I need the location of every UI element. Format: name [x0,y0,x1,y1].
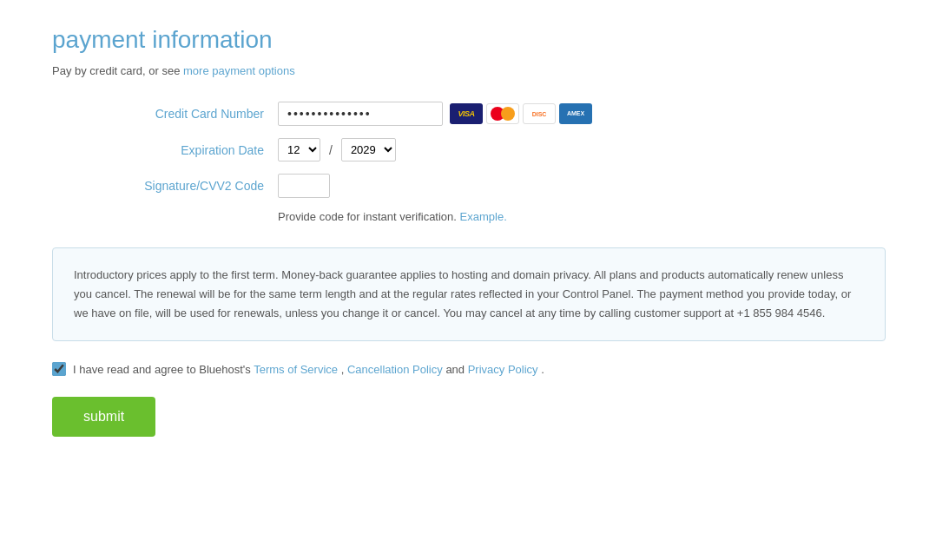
cvv-input[interactable] [278,174,330,198]
payment-form: Credit Card Number VISA DISC AMEX Expira… [52,102,897,223]
exp-separator: / [329,143,333,157]
cc-number-label: Credit Card Number [52,107,278,121]
card-icons: VISA DISC AMEX [450,103,592,124]
info-box-text: Introductory prices apply to the first t… [74,268,851,320]
amex-icon: AMEX [559,103,592,124]
cvv-hint: Provide code for instant verification. E… [52,210,897,223]
expiration-control: 01 02 03 04 05 06 07 08 09 10 11 12 / 20… [278,138,396,161]
submit-button[interactable]: submit [52,397,155,437]
cvv-control [278,174,330,198]
info-box: Introductory prices apply to the first t… [52,247,886,341]
expiration-label: Expiration Date [52,143,278,157]
agree-prefix: I have read and agree to Bluehost's [73,363,254,376]
exp-year-select[interactable]: 2024 2025 2026 2027 2028 2029 2030 2031 … [341,138,396,161]
cancellation-link[interactable]: Cancellation Policy [347,363,443,376]
visa-icon: VISA [450,103,483,124]
mastercard-icon [486,103,519,124]
agree-checkbox[interactable] [52,362,66,376]
cvv-label: Signature/CVV2 Code [52,179,278,193]
subtitle: Pay by credit card, or see more payment … [52,64,897,77]
cvv-hint-text: Provide code for instant verification. [278,210,457,223]
more-payment-options-link[interactable]: more payment options [183,64,295,77]
terms-link[interactable]: Terms of Service [254,363,338,376]
cc-number-input[interactable] [278,102,443,126]
privacy-link[interactable]: Privacy Policy [468,363,538,376]
page-container: payment information Pay by credit card, … [0,0,949,560]
cc-number-row: Credit Card Number VISA DISC AMEX [52,102,897,126]
subtitle-text: Pay by credit card, or see [52,64,183,77]
page-title: payment information [52,26,897,54]
agree-label: I have read and agree to Bluehost's Term… [73,363,544,376]
agree-sep1: , [341,363,345,376]
agree-row: I have read and agree to Bluehost's Term… [52,362,897,376]
exp-month-select[interactable]: 01 02 03 04 05 06 07 08 09 10 11 12 [278,138,320,161]
agree-and: and [445,363,467,376]
agree-suffix: . [541,363,544,376]
cc-number-control: VISA DISC AMEX [278,102,592,126]
cvv-example-link[interactable]: Example. [460,210,507,223]
cvv-row: Signature/CVV2 Code [52,174,897,198]
expiration-row: Expiration Date 01 02 03 04 05 06 07 08 … [52,138,897,161]
discover-icon: DISC [523,103,556,124]
